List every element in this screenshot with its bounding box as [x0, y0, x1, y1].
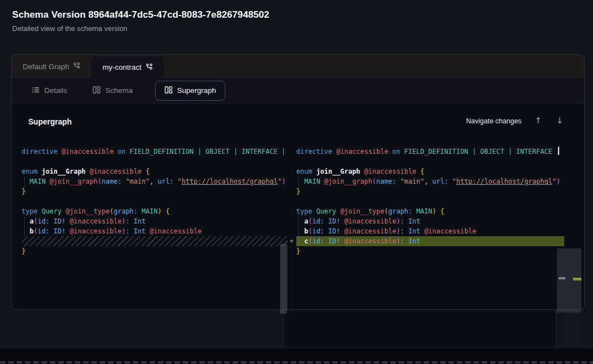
variant-fork-icon	[146, 63, 153, 72]
diff-placeholder-line	[22, 236, 288, 246]
left-editor-scrollbar[interactable]	[280, 244, 287, 310]
navigate-down-button[interactable]: ↓	[555, 116, 564, 126]
code-line: enum join__Graph @inaccessible {	[22, 167, 149, 176]
tab-label: my-contract	[102, 63, 142, 71]
navigate-changes-controls: Navigate changes ↑ ↓	[466, 116, 564, 126]
diff-left-pane[interactable]: } b(id: ID! @inaccessible): Int @inacces…	[12, 140, 288, 310]
split-panel-icon	[92, 86, 101, 96]
schema-diff-editor: } b(id: ID! @inaccessible): Int @inacces…	[12, 140, 584, 310]
code-line: type Query @join__type(graph: MAIN) {	[22, 206, 169, 216]
page-subtitle: Detailed view of the schema version	[12, 24, 127, 33]
code-line: directive @inaccessible on FIELD_DEFINIT…	[22, 147, 286, 157]
schema-version-card: Default Graph my-contract	[11, 54, 585, 310]
code-line: a(id: ID! @inaccessible): Int	[22, 216, 146, 226]
bottom-dashed-line	[0, 361, 593, 363]
split-panel-icon	[164, 86, 173, 96]
subtab-label: Details	[44, 86, 67, 95]
code-line: b(id: ID! @inaccessible): Int @inaccessi…	[296, 226, 476, 236]
navigate-up-button[interactable]: ↑	[534, 116, 543, 126]
code-line: }	[296, 246, 300, 256]
divider-line	[283, 310, 284, 346]
divider-line	[556, 310, 556, 346]
indent-guide	[24, 176, 25, 186]
code-line: }	[22, 246, 25, 256]
code-line: directive @inaccessible on FIELD_DEFINIT…	[296, 147, 560, 157]
indent-guide	[24, 216, 25, 236]
schema-version-page: Schema Version 8964af44-7dc5-47cd-8083-7…	[0, 0, 593, 364]
code-line: MAIN @join__graph(name: "main", url: "ht…	[296, 176, 560, 186]
code-line: MAIN @join__graph(name: "main", url: "ht…	[22, 176, 286, 186]
scrollbar-tail	[280, 310, 287, 314]
indent-guide	[298, 216, 299, 246]
navigate-changes-label: Navigate changes	[466, 117, 522, 125]
indent-guide	[298, 176, 299, 186]
subtab-label: Supergraph	[177, 86, 216, 95]
editor-overflow-region	[283, 310, 556, 346]
variant-fork-icon	[73, 62, 80, 71]
text-cursor	[558, 147, 559, 155]
diff-right-pane[interactable]: } c(id: ID! @inaccessible): Int b(id: ID…	[288, 140, 584, 310]
code-line: }	[22, 186, 25, 196]
section-title: Supergraph	[28, 117, 72, 126]
code-line: enum join__Graph @inaccessible {	[296, 167, 424, 176]
subtab-supergraph[interactable]: Supergraph	[155, 81, 226, 101]
diff-added-line: c(id: ID! @inaccessible): Int	[296, 236, 564, 246]
diff-insert-plus-sign: +	[290, 236, 293, 246]
tab-my-contract[interactable]: my-contract	[91, 56, 164, 78]
overview-ruler-added-mark	[573, 278, 581, 280]
minimap-slider-tail	[556, 310, 580, 313]
down-arrow-icon: ↓	[556, 116, 563, 126]
code-line: b(id: ID! @inaccessible): Int @inaccessi…	[22, 226, 202, 236]
view-tab-bar: Details Schema	[12, 78, 584, 103]
code-line: }	[296, 186, 300, 196]
list-icon	[32, 86, 40, 96]
variant-tab-bar: Default Graph my-contract	[12, 55, 584, 78]
tab-default-graph[interactable]: Default Graph	[12, 55, 91, 78]
page-title: Schema Version 8964af44-7dc5-47cd-8083-7…	[12, 9, 269, 20]
up-arrow-icon: ↑	[535, 116, 542, 126]
subtab-label: Schema	[105, 86, 133, 95]
minimap-line-mark	[559, 277, 565, 279]
code-line: a(id: ID! @inaccessible): Int	[296, 216, 420, 226]
editor-overflow-minimap	[564, 312, 580, 346]
code-line: type Query @join__type(graph: MAIN) {	[296, 206, 444, 216]
subtab-schema[interactable]: Schema	[89, 86, 136, 96]
subtab-details[interactable]: Details	[28, 86, 70, 96]
tab-label: Default Graph	[23, 63, 69, 71]
